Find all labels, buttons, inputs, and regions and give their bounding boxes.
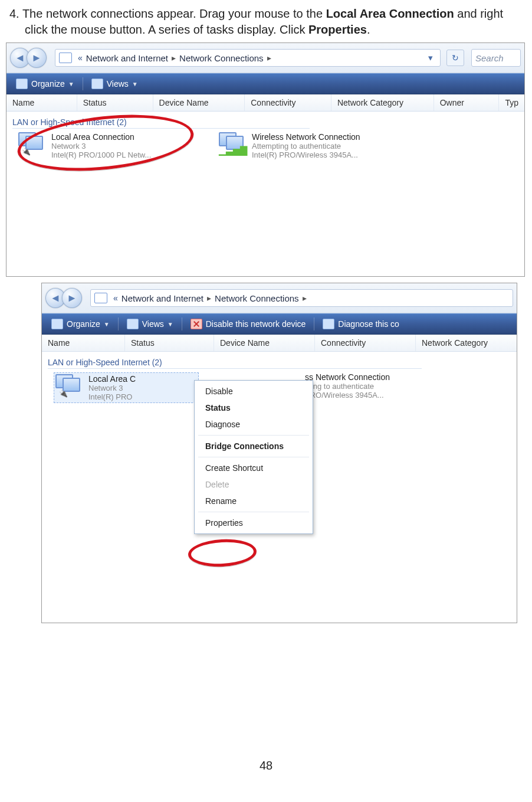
breadcrumb-bar[interactable]: « Network and Internet ▸ Network Connect… (55, 49, 441, 67)
connection-title: Wireless Network Connection (252, 132, 360, 142)
column-header[interactable]: Device Name (214, 335, 315, 351)
breadcrumb-part[interactable]: Network Connections (179, 53, 264, 63)
caret-down-icon: ▼ (104, 321, 110, 328)
column-header[interactable]: Network Category (331, 94, 434, 111)
forward-button[interactable]: ► (27, 48, 47, 68)
screenshot-1: ◄ ► « Network and Internet ▸ Network Con… (6, 42, 525, 277)
menu-item-disable[interactable]: Disable (195, 383, 313, 400)
caret-down-icon: ▼ (132, 81, 138, 87)
breadcrumb-bar[interactable]: « Network and Internet ▸ Network Connect… (90, 289, 513, 307)
column-header[interactable]: Name (42, 335, 125, 351)
diagnose-button[interactable]: Diagnose this co (318, 317, 404, 330)
organize-button[interactable]: Organize ▼ (47, 317, 114, 330)
connection-title: ss Network Connection (305, 372, 390, 382)
search-placeholder: Search (475, 53, 504, 63)
bold-local-area: Local Area Connection (326, 7, 454, 20)
column-header[interactable]: Owner (434, 94, 500, 111)
connection-status: Network 3 (51, 142, 151, 150)
menu-item-create-shortcut[interactable]: Create Shortcut (195, 460, 313, 476)
page-number: 48 (0, 759, 532, 772)
connection-device: PRO/Wireless 3945A... (305, 391, 390, 400)
breadcrumb-part[interactable]: Network Connections (215, 293, 299, 303)
column-header[interactable]: Connectivity (315, 335, 416, 351)
command-bar: Organize ▼ Views ▼ Disable this network … (42, 313, 517, 335)
address-dropdown[interactable]: ▾ (425, 53, 436, 63)
local-area-connection-item[interactable]: 🔌 Local Area C Network 3 Intel(R) PRO (54, 372, 199, 403)
label: Views (107, 79, 129, 89)
chevron-right-icon: ▸ (299, 293, 310, 303)
menu-separator (198, 457, 309, 457)
wireless-connection-item[interactable]: ▁▃▅▇ Wireless Network Connection Attempt… (219, 132, 402, 159)
organize-icon (51, 319, 63, 329)
refresh-button[interactable]: ↻ (446, 50, 464, 66)
column-headers: Name Status Device Name Connectivity Net… (6, 94, 524, 112)
breadcrumb-part[interactable]: Network and Internet (86, 53, 168, 63)
chevron-right-icon: ▸ (203, 293, 215, 303)
connection-status: Attempting to authenticate (252, 142, 360, 150)
wireless-icon: ▁▃▅▇ (219, 132, 246, 156)
menu-separator (198, 512, 309, 512)
address-bar: ◄ ► « Network and Internet ▸ Network Con… (6, 43, 524, 73)
caret-down-icon: ▼ (168, 321, 173, 328)
views-button[interactable]: Views ▼ (122, 317, 178, 330)
organize-icon (16, 78, 28, 89)
chevron-left-icon: « (74, 53, 86, 63)
bold-properties: Properties (308, 23, 367, 36)
step-number: 4. (9, 7, 19, 20)
connection-device: Intel(R) PRO (88, 392, 136, 401)
menu-item-bridge[interactable]: Bridge Connections (195, 438, 313, 454)
search-input[interactable]: Search (471, 49, 521, 67)
column-header[interactable]: Network Category (416, 335, 517, 351)
menu-item-rename[interactable]: Rename (195, 493, 313, 509)
group-header[interactable]: LAN or High-Speed Internet (2) (12, 117, 310, 129)
chevron-left-icon: « (110, 293, 121, 303)
column-header[interactable]: Device Name (153, 94, 245, 111)
address-bar: ◄ ► « Network and Internet ▸ Network Con… (42, 283, 517, 313)
local-area-connection-item[interactable]: 🔌 Local Area Connection Network 3 Intel(… (18, 132, 201, 159)
chevron-right-icon: ▸ (264, 53, 275, 63)
connection-status: pting to authenticate (305, 382, 390, 391)
disable-device-button[interactable]: Disable this network device (186, 317, 311, 330)
views-button[interactable]: Views ▼ (87, 77, 143, 90)
menu-item-status[interactable]: Status (195, 400, 313, 416)
column-header[interactable]: Connectivity (245, 94, 331, 111)
folder-icon (94, 293, 107, 303)
menu-item-delete: Delete (195, 476, 313, 493)
views-icon (127, 319, 139, 329)
text: The network connections appear. Drag you… (19, 7, 326, 20)
connection-status: Network 3 (88, 384, 136, 392)
disable-icon (191, 319, 202, 329)
context-menu: Disable Status Diagnose Bridge Connectio… (194, 380, 313, 534)
connections-list: LAN or High-Speed Internet (2) 🔌 Local A… (42, 352, 517, 623)
menu-item-properties[interactable]: Properties (195, 515, 313, 531)
folder-icon (59, 53, 72, 63)
column-header[interactable]: Typ (499, 94, 524, 111)
group-header[interactable]: LAN or High-Speed Internet (2) (48, 358, 422, 369)
label: Diagnose this co (338, 319, 399, 329)
menu-separator (198, 435, 309, 436)
connections-list: LAN or High-Speed Internet (2) 🔌 Local A… (6, 112, 524, 277)
column-header[interactable]: Name (6, 94, 77, 111)
forward-button[interactable]: ► (62, 288, 82, 308)
label: Organize (31, 79, 65, 89)
breadcrumb-part[interactable]: Network and Internet (121, 293, 203, 303)
column-header[interactable]: Status (125, 335, 214, 351)
column-headers: Name Status Device Name Connectivity Net… (42, 335, 517, 352)
connection-title: Local Area Connection (51, 132, 151, 142)
caret-down-icon: ▼ (68, 81, 74, 87)
step-instruction: 4. The network connections appear. Drag … (20, 6, 532, 38)
network-icon: 🔌 (18, 132, 45, 156)
label: Organize (67, 319, 100, 329)
screenshot-2: ◄ ► « Network and Internet ▸ Network Con… (41, 283, 517, 623)
chevron-right-icon: ▸ (168, 53, 179, 63)
menu-item-diagnose[interactable]: Diagnose (195, 416, 313, 433)
wireless-connection-item[interactable]: ss Network Connection pting to authentic… (305, 372, 458, 403)
organize-button[interactable]: Organize ▼ (11, 77, 79, 90)
network-icon: 🔌 (55, 374, 83, 398)
connection-device: Intel(R) PRO/1000 PL Netw... (51, 150, 151, 159)
views-icon (91, 78, 103, 89)
column-header[interactable]: Status (77, 94, 153, 111)
connection-title: Local Area C (88, 374, 136, 384)
command-bar: Organize ▼ Views ▼ (6, 73, 524, 94)
red-circle-annotation (188, 538, 257, 568)
